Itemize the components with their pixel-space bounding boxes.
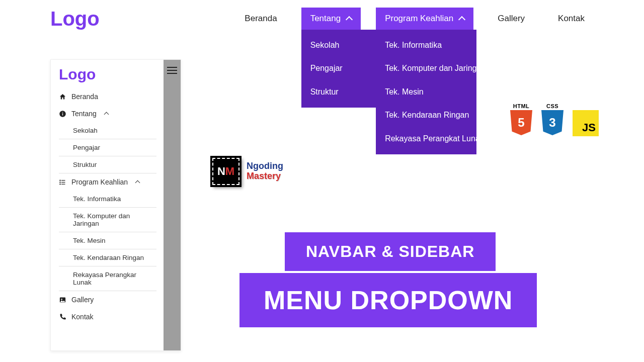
channel-badge: NM Ngoding Mastery [211, 157, 283, 186]
tech-css: CSS 3 [541, 103, 564, 135]
navbar-menu: Beranda Tentang Sekolah Pengajar Struktu… [235, 8, 594, 30]
channel-mark-n: N [217, 165, 225, 178]
sidebar-logo[interactable]: Logo [59, 66, 173, 83]
sidebar-item-program[interactable]: Program Keahlian [59, 173, 156, 191]
phone-icon [59, 313, 66, 321]
channel-line1: Ngoding [247, 161, 283, 171]
chevron-up-icon [458, 16, 465, 23]
home-icon [59, 93, 66, 101]
nav-beranda-label: Beranda [245, 14, 277, 23]
tech-js-caption [585, 103, 587, 109]
nav-program[interactable]: Program Keahlian Tek. Informatika Tek. K… [376, 8, 473, 30]
nav-tentang-label: Tentang [310, 14, 341, 24]
nav-tentang[interactable]: Tentang Sekolah Pengajar Struktur [301, 8, 361, 30]
sidebar-item-gallery[interactable]: Gallery [59, 291, 156, 308]
sidebar-item-label: Beranda [71, 93, 98, 101]
tech-html-caption: HTML [513, 103, 530, 109]
tech-js: JS [573, 103, 599, 136]
chevron-up-icon [104, 112, 109, 117]
headline-small: NAVBAR & SIDEBAR [285, 232, 496, 271]
channel-text: Ngoding Mastery [247, 161, 283, 182]
sidebar-item-label: Gallery [71, 296, 94, 304]
tech-badges: HTML 5 CSS 3 JS [510, 103, 599, 136]
list-icon [59, 178, 66, 186]
svg-point-6 [60, 180, 60, 180]
sidebar-panel: Logo Beranda Tentang Sekolah Pengajar St… [50, 59, 181, 351]
tech-html: HTML 5 [510, 103, 532, 135]
nav-kontak-label: Kontak [558, 14, 585, 23]
sidebar-sub-item[interactable]: Struktur [59, 156, 156, 173]
sidebar-sub-item[interactable]: Tek. Mesin [59, 232, 156, 249]
svg-rect-2 [62, 112, 63, 112]
image-icon [59, 296, 66, 304]
info-icon [59, 110, 66, 118]
chevron-up-icon [346, 16, 353, 23]
sidebar-sub-item[interactable]: Rekayasa Perangkar Lunak [59, 266, 156, 291]
nav-kontak[interactable]: Kontak [549, 8, 594, 30]
dropdown-program: Tek. Informatika Tek. Komputer dan Jarin… [376, 30, 476, 154]
nav-program-label: Program Keahlian [385, 14, 453, 24]
svg-point-8 [60, 184, 60, 184]
sidebar-sub-item[interactable]: Tek. Komputer dan Jaringan [59, 208, 156, 232]
svg-rect-1 [62, 113, 63, 115]
channel-logo-icon: NM [211, 157, 240, 186]
sidebar-sub-item[interactable]: Sekolah [59, 122, 156, 139]
dropdown-item[interactable]: Rekayasa Perangkat Lunak [376, 127, 476, 150]
headline-large: MENU DROPDOWN [239, 273, 537, 327]
svg-point-7 [60, 182, 60, 182]
sidebar-item-beranda[interactable]: Beranda [59, 88, 156, 105]
nav-gallery-label: Gallery [498, 14, 525, 23]
html-shield-icon: 5 [510, 110, 532, 135]
css-shield-icon: 3 [541, 110, 564, 135]
sidebar-sub-item[interactable]: Tek. Informatika [59, 191, 156, 208]
hamburger-icon[interactable] [164, 60, 181, 351]
chevron-up-icon [135, 180, 140, 186]
dropdown-item[interactable]: Pengajar [301, 57, 377, 80]
sidebar-list: Beranda Tentang Sekolah Pengajar Struktu… [51, 86, 156, 325]
sidebar-item-tentang[interactable]: Tentang [59, 105, 156, 122]
svg-point-10 [61, 299, 62, 300]
dropdown-item[interactable]: Tek. Kendaraan Ringan [376, 104, 476, 127]
dropdown-item[interactable]: Sekolah [301, 34, 377, 57]
sidebar-item-kontak[interactable]: Kontak [59, 308, 156, 325]
channel-line2: Mastery [247, 171, 283, 182]
sidebar-item-label: Kontak [71, 313, 94, 321]
nav-beranda[interactable]: Beranda [235, 8, 286, 30]
dropdown-item[interactable]: Tek. Informatika [376, 34, 476, 57]
navbar: Logo Beranda Tentang Sekolah Pengajar St… [50, 8, 594, 30]
channel-mark-m: M [225, 165, 234, 178]
dropdown-item[interactable]: Tek. Mesin [376, 80, 476, 104]
dropdown-tentang: Sekolah Pengajar Struktur [301, 30, 377, 108]
sidebar-item-label: Tentang [71, 110, 97, 118]
js-box-icon: JS [573, 110, 599, 136]
sidebar-sub-item[interactable]: Tek. Kendaraan Ringan [59, 249, 156, 266]
sidebar-sub-item[interactable]: Pengajar [59, 139, 156, 156]
tech-css-caption: CSS [546, 103, 558, 109]
dropdown-item[interactable]: Struktur [301, 80, 377, 104]
nav-gallery[interactable]: Gallery [489, 8, 534, 30]
navbar-logo[interactable]: Logo [50, 8, 100, 30]
sidebar-item-label: Program Keahlian [71, 178, 128, 186]
dropdown-item[interactable]: Tek. Komputer dan Jaringan [376, 57, 476, 80]
